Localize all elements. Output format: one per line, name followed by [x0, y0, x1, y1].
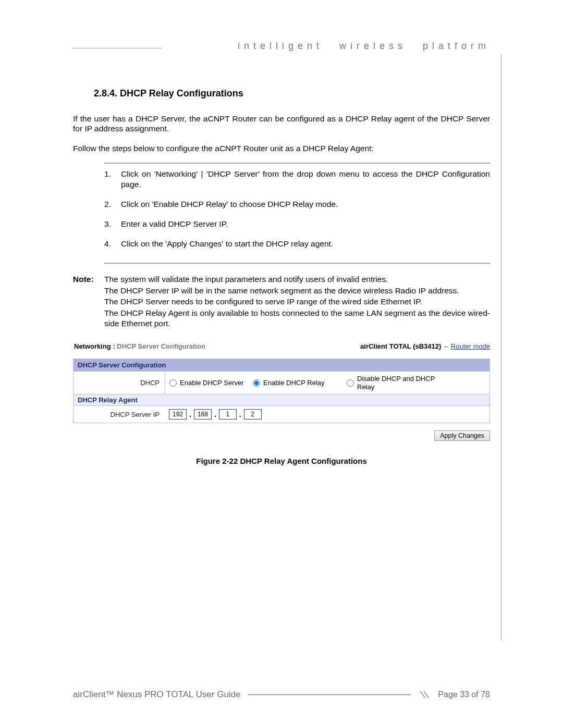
note-line: The system will validate the input param… [104, 274, 490, 285]
figure-breadcrumb: Networking : DHCP Server Configuration [74, 342, 205, 350]
panel-subheader: DHCP Relay Agent [74, 394, 489, 406]
footer-separator-icon [418, 691, 427, 698]
option-enable-relay[interactable]: Enable DHCP Relay [249, 376, 342, 390]
step-item: Click on 'Enable DHCP Relay' to choose D… [104, 199, 490, 219]
row-label-dhcp: DHCP [74, 372, 165, 394]
note-body: The system will validate the input param… [104, 274, 490, 330]
row-label-ip: DHCP Server IP [74, 406, 165, 423]
figure-header: Networking : DHCP Server Configuration a… [74, 342, 490, 350]
row-dhcp-mode: DHCP Enable DHCP Server Enable DHCP Rela… [74, 372, 489, 394]
note-line: The DHCP Server IP will be in the same n… [104, 286, 490, 296]
page-footer: airClient™ Nexus PRO TOTAL User Guide Pa… [73, 689, 490, 700]
option-enable-dhcp[interactable]: Enable DHCP Server [165, 376, 249, 390]
figure-dhcp-relay: Networking : DHCP Server Configuration a… [73, 342, 490, 465]
page: intelligent wireless platform 2.8.4. DHC… [0, 0, 563, 728]
router-mode-link[interactable]: Router mode [451, 342, 490, 350]
note-label: Note: [73, 274, 104, 330]
panel-header: DHCP Server Configuration [74, 359, 489, 372]
section-heading: 2.8.4. DHCP Relay Configurations [94, 88, 490, 99]
ip-octet-2[interactable] [194, 409, 212, 419]
ip-octet-3[interactable] [219, 409, 237, 419]
footer-row: airClient™ Nexus PRO TOTAL User Guide Pa… [73, 689, 490, 700]
option-disable-both[interactable]: Disable DHCP and DHCP Relay [342, 372, 457, 394]
steps-top-rule [104, 163, 490, 164]
dot-icon: . [189, 410, 192, 418]
footer-page-number: Page 33 of 78 [435, 690, 490, 699]
ip-octet-4[interactable] [244, 409, 262, 419]
note-line: The DHCP Relay Agent is only available t… [104, 308, 490, 329]
dash-icon: – [443, 342, 451, 350]
footer-title: airClient™ Nexus PRO TOTAL User Guide [73, 689, 241, 700]
intro-paragraph-2: Follow the steps below to configure the … [73, 143, 490, 153]
option-label: Enable DHCP Server [180, 379, 244, 387]
row-body-ip: . . . [165, 406, 489, 423]
step-item: Click on the 'Apply Changes' to start th… [104, 239, 490, 258]
header-tagline: intelligent wireless platform [169, 41, 490, 52]
radio-enable-dhcp[interactable] [169, 379, 177, 387]
content-area: intelligent wireless platform 2.8.4. DHC… [73, 41, 490, 665]
row-dhcp-server-ip: DHCP Server IP . . . [74, 406, 489, 423]
figure-caption: Figure 2-22 DHCP Relay Agent Configurati… [73, 456, 490, 465]
radio-disable-both[interactable] [347, 379, 354, 387]
dot-icon: . [239, 410, 242, 418]
ip-octet-1[interactable] [169, 409, 187, 419]
apply-row: Apply Changes [73, 430, 490, 441]
dhcp-config-panel: DHCP Server Configuration DHCP Enable DH… [73, 359, 490, 423]
figure-device-mode: airClient TOTAL (sB3412) – Router mode [360, 342, 490, 350]
radio-enable-relay[interactable] [253, 379, 260, 387]
apply-changes-button[interactable]: Apply Changes [434, 430, 490, 441]
intro-paragraph-1: If the user has a DHCP Server, the aCNPT… [73, 114, 490, 134]
step-item: Click on 'Networking' | 'DHCP Server' fr… [104, 169, 490, 199]
option-label: Disable DHCP and DHCP Relay [357, 375, 446, 391]
step-item: Enter a valid DHCP Server IP. [104, 219, 490, 239]
right-margin-rule [501, 54, 502, 640]
header-rule [73, 48, 162, 49]
dot-icon: . [214, 410, 217, 418]
dhcp-options: Enable DHCP Server Enable DHCP Relay Dis… [165, 372, 489, 394]
note-line: The DHCP Server needs to be configured t… [104, 297, 490, 307]
steps-list: Click on 'Networking' | 'DHCP Server' fr… [104, 169, 490, 259]
ip-fields: . . . [169, 409, 262, 419]
device-name: airClient TOTAL (sB3412) [360, 342, 441, 350]
breadcrumb-prefix: Networking : [74, 342, 117, 350]
breadcrumb-title: DHCP Server Configuration [117, 342, 205, 350]
note-block: Note: The system will validate the input… [73, 274, 490, 330]
steps-bottom-rule [104, 263, 490, 264]
option-label: Enable DHCP Relay [263, 379, 325, 387]
footer-rule [248, 694, 411, 695]
page-header: intelligent wireless platform [73, 41, 490, 52]
